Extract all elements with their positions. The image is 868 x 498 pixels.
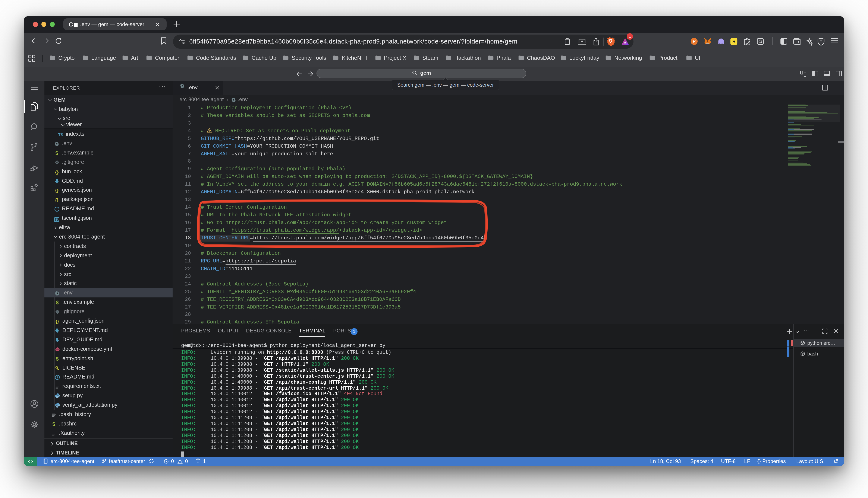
- svg-text:P: P: [693, 39, 695, 44]
- svg-text:S: S: [732, 39, 735, 44]
- svg-text:C: C: [68, 22, 73, 27]
